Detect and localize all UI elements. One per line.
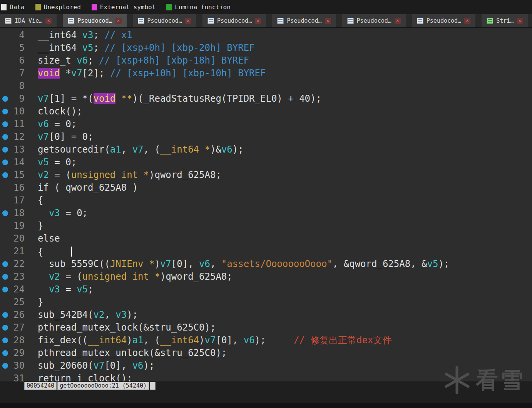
breakpoint-gutter[interactable] [0, 270, 12, 283]
code-text[interactable]: sub_20660(v7[0], v6); [25, 359, 154, 372]
close-icon[interactable]: ✕ [115, 18, 122, 24]
code-line: 11v6 = 0; [0, 118, 532, 131]
breakpoint-gutter[interactable] [0, 372, 12, 381]
tab-pseudo[interactable]: Pseudocod…✕ [202, 14, 266, 27]
breakpoint-gutter[interactable] [0, 105, 12, 118]
breakpoint-gutter[interactable] [0, 220, 12, 232]
line-number: 14 [12, 156, 25, 169]
breakpoint-gutter[interactable] [0, 80, 12, 92]
close-icon[interactable]: ✕ [395, 18, 401, 24]
breakpoint-gutter[interactable] [0, 42, 12, 54]
code-line: 4__int64 v3; // x1 [0, 29, 532, 42]
code-text[interactable]: { [25, 194, 43, 207]
code-text[interactable] [25, 80, 38, 92]
legend-label: Data [10, 3, 25, 11]
breakpoint-gutter[interactable] [0, 359, 12, 372]
close-icon[interactable]: ✕ [464, 18, 470, 24]
code-text[interactable]: sub_5559C((JNIEnv *)v7[0], v6, "assets/O… [25, 258, 449, 270]
breakpoint-dot[interactable] [2, 172, 8, 178]
breakpoint-dot[interactable] [2, 287, 8, 292]
breakpoint-dot[interactable] [2, 121, 8, 127]
code-text[interactable]: __int64 v5; // [xsp+0h] [xbp-20h] BYREF [25, 42, 255, 54]
close-icon[interactable]: ✕ [325, 18, 331, 24]
code-text[interactable]: if ( qword_625A8 ) [25, 181, 138, 194]
code-text[interactable]: return j_clock(); [25, 372, 132, 381]
breakpoint-gutter[interactable] [0, 245, 12, 258]
breakpoint-gutter[interactable] [0, 54, 12, 67]
code-text[interactable]: __int64 v3; // x1 [25, 29, 132, 42]
breakpoint-dot[interactable] [2, 350, 8, 356]
code-text[interactable]: v3 = v5; [25, 283, 94, 296]
close-icon[interactable]: ✕ [517, 18, 523, 24]
breakpoint-gutter[interactable] [0, 334, 12, 347]
text-cursor [71, 247, 72, 257]
code-text[interactable]: v3 = 0; [25, 207, 88, 220]
code-text[interactable]: size_t v6; // [xsp+8h] [xbp-18h] BYREF [25, 54, 249, 67]
code-text[interactable]: getsourcedir(a1, v7, (__int64 *)&v6); [25, 143, 244, 156]
breakpoint-gutter[interactable] [0, 181, 12, 194]
breakpoint-gutter[interactable] [0, 258, 12, 270]
tab-label: Pseudocod… [287, 17, 321, 24]
breakpoint-gutter[interactable] [0, 131, 12, 143]
breakpoint-gutter[interactable] [0, 156, 12, 169]
breakpoint-gutter[interactable] [0, 207, 12, 220]
breakpoint-gutter[interactable] [0, 169, 12, 181]
tab-pseudo[interactable]: Pseudocod…✕ [412, 14, 475, 27]
breakpoint-gutter[interactable] [0, 118, 12, 131]
line-number: 16 [12, 181, 25, 194]
code-text[interactable]: v2 = (unsigned int *)qword_625A8; [25, 270, 233, 283]
code-text[interactable]: v2 = (unsigned int *)qword_625A8; [25, 169, 221, 181]
code-text[interactable]: v7[0] = 0; [25, 131, 94, 143]
close-icon[interactable]: ✕ [45, 18, 52, 24]
code-line: 27pthread_mutex_lock(&stru_625C0); [0, 321, 532, 334]
code-line: 16if ( qword_625A8 ) [0, 181, 532, 194]
tab-pseudo[interactable]: Pseudocod…✕ [63, 14, 126, 27]
breakpoint-dot[interactable] [2, 261, 8, 267]
breakpoint-dot[interactable] [2, 147, 8, 153]
tab-strings[interactable]: Stri…✕ [482, 14, 528, 27]
code-text[interactable]: v7[1] = *(void **)(_ReadStatusReg(TPIDR_… [25, 92, 321, 105]
breakpoint-dot[interactable] [2, 363, 8, 369]
line-number: 22 [12, 258, 25, 270]
line-number: 11 [12, 118, 25, 131]
breakpoint-dot[interactable] [2, 337, 8, 343]
tab-pseudo[interactable]: Pseudocod…✕ [272, 14, 336, 27]
code-text[interactable]: } [25, 296, 43, 309]
tab-pseudo[interactable]: Pseudocod…✕ [342, 14, 406, 27]
code-text[interactable]: } [25, 220, 43, 232]
breakpoint-dot[interactable] [2, 96, 8, 102]
breakpoint-dot[interactable] [2, 325, 8, 331]
breakpoint-dot[interactable] [2, 160, 8, 165]
breakpoint-dot[interactable] [2, 109, 8, 114]
tab-pseudo[interactable]: Pseudocod…✕ [133, 14, 196, 27]
code-text[interactable]: sub_542B4(v2, v3); [25, 309, 138, 321]
code-text[interactable]: fix_dex((__int64)a1, (__int64)v7[0], v6)… [25, 334, 391, 347]
breakpoint-dot[interactable] [2, 312, 8, 318]
close-icon[interactable]: ✕ [185, 18, 191, 24]
code-text[interactable]: clock(); [25, 105, 82, 118]
breakpoint-gutter[interactable] [0, 321, 12, 334]
code-text[interactable]: else [25, 232, 60, 245]
breakpoint-gutter[interactable] [0, 143, 12, 156]
breakpoint-gutter[interactable] [0, 232, 12, 245]
code-text[interactable]: void *v7[2]; // [xsp+10h] [xbp-10h] BYRE… [25, 67, 266, 80]
breakpoint-dot[interactable] [2, 210, 8, 216]
code-text[interactable]: v5 = 0; [25, 156, 77, 169]
code-text[interactable]: pthread_mutex_unlock(&stru_625C0); [25, 347, 227, 359]
code-line: 18 v3 = 0; [0, 207, 532, 220]
code-text[interactable]: v6 = 0; [25, 118, 77, 131]
breakpoint-dot[interactable] [2, 134, 8, 140]
breakpoint-gutter[interactable] [0, 194, 12, 207]
breakpoint-gutter[interactable] [0, 29, 12, 42]
close-icon[interactable]: ✕ [255, 18, 261, 24]
breakpoint-gutter[interactable] [0, 309, 12, 321]
breakpoint-gutter[interactable] [0, 347, 12, 359]
tab-ida[interactable]: IDA Vie…✕ [0, 14, 57, 27]
breakpoint-gutter[interactable] [0, 296, 12, 309]
breakpoint-gutter[interactable] [0, 67, 12, 80]
breakpoint-dot[interactable] [2, 274, 8, 280]
code-text[interactable]: pthread_mutex_lock(&stru_625C0); [25, 321, 216, 334]
code-text[interactable]: { [25, 245, 72, 258]
breakpoint-gutter[interactable] [0, 92, 12, 105]
breakpoint-gutter[interactable] [0, 283, 12, 296]
